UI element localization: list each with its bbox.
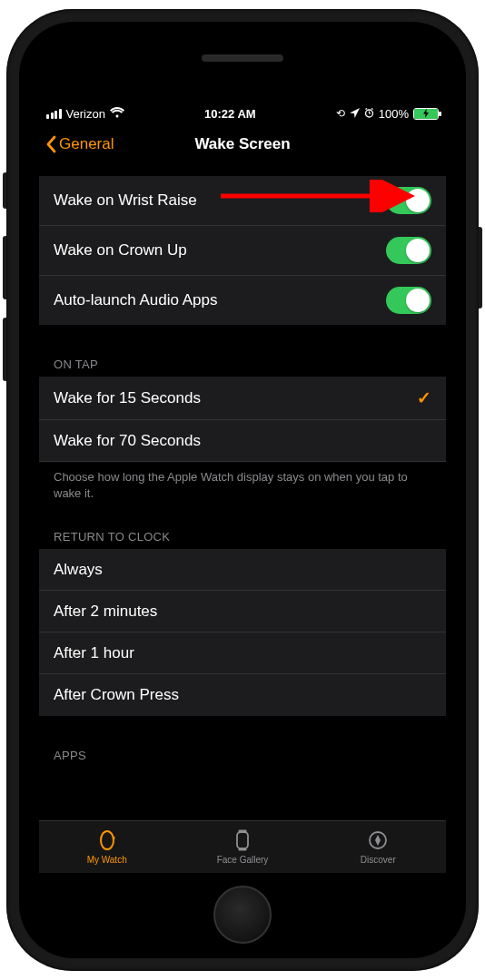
row-label: Auto-launch Audio Apps [54,291,218,309]
nav-bar: General Wake Screen [39,125,446,163]
checkmark-icon: ✓ [417,387,431,408]
row-label: Always [54,561,103,579]
home-button[interactable] [213,886,272,944]
tab-label: My Watch [87,855,127,865]
toggle-wake-crown-up[interactable] [386,237,431,264]
carrier-label: Verizon [66,107,105,121]
phone-frame: Verizon 10:22 AM ⟲ 100% [6,9,479,971]
apps-group: APPS [39,743,446,768]
row-wake-crown-up[interactable]: Wake on Crown Up [39,226,446,276]
tab-label: Face Gallery [217,855,269,865]
row-label: Wake for 70 Seconds [54,432,201,450]
status-bar: Verizon 10:22 AM ⟲ 100% [39,102,446,125]
status-time: 10:22 AM [204,107,256,121]
face-gallery-icon [231,829,254,853]
on-tap-footer: Choose how long the Apple Watch display … [39,462,446,505]
svg-line-4 [371,108,373,109]
page-title: Wake Screen [194,135,290,153]
row-label: Wake for 15 Seconds [54,389,201,407]
on-tap-group: ON TAP Wake for 15 Seconds ✓ Wake for 70… [39,352,446,505]
svg-rect-7 [113,837,114,839]
screen: Verizon 10:22 AM ⟲ 100% [39,102,446,873]
tab-bar: My Watch Face Gallery Discover [39,820,446,873]
svg-rect-8 [237,832,248,848]
battery-icon [413,108,439,120]
tab-face-gallery[interactable]: Face Gallery [174,821,310,873]
row-after-crown-press[interactable]: After Crown Press [39,674,446,716]
svg-rect-9 [238,830,246,833]
svg-point-6 [101,831,114,849]
on-tap-header: ON TAP [39,352,446,377]
battery-percent: 100% [379,107,409,121]
row-label: After 1 hour [54,644,134,662]
alarm-icon [364,107,374,121]
row-wake-15[interactable]: Wake for 15 Seconds ✓ [39,377,446,420]
content-scroll[interactable]: Wake on Wrist Raise [39,163,446,820]
toggle-auto-launch-audio[interactable] [386,287,431,314]
chevron-left-icon [45,135,57,153]
back-label: General [59,135,114,153]
row-label: After Crown Press [54,686,179,704]
row-always[interactable]: Always [39,549,446,591]
row-label: After 2 minutes [54,603,157,621]
row-label: Wake on Crown Up [54,241,187,260]
watch-icon [95,829,119,853]
wifi-icon [110,107,124,121]
compass-icon [366,829,390,853]
tab-my-watch[interactable]: My Watch [39,821,174,873]
svg-line-3 [365,108,367,109]
row-after-2-min[interactable]: After 2 minutes [39,591,446,632]
return-clock-header: RETURN TO CLOCK [39,524,446,549]
phone-speaker [202,54,283,62]
orientation-lock-icon: ⟲ [336,107,345,120]
signal-icon [46,109,62,119]
row-label: Wake on Wrist Raise [54,191,197,210]
row-auto-launch-audio[interactable]: Auto-launch Audio Apps [39,276,446,325]
svg-rect-10 [238,848,246,851]
tab-discover[interactable]: Discover [311,821,446,873]
row-wake-70[interactable]: Wake for 70 Seconds [39,420,446,462]
toggle-wake-wrist-raise[interactable] [386,187,431,214]
back-button[interactable]: General [45,135,114,153]
return-clock-group: RETURN TO CLOCK Always After 2 minutes A… [39,524,446,716]
row-after-1-hour[interactable]: After 1 hour [39,632,446,674]
row-wake-wrist-raise[interactable]: Wake on Wrist Raise [39,176,446,226]
toggle-group: Wake on Wrist Raise [39,176,446,325]
apps-header: APPS [39,743,446,768]
tab-label: Discover [361,855,396,865]
location-icon [350,107,360,121]
